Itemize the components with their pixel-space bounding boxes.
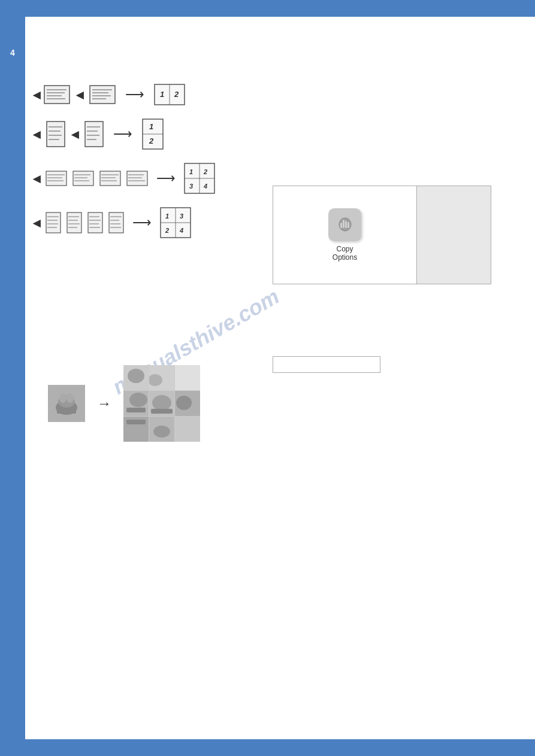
page-number: 4 <box>10 48 15 57</box>
svg-point-98 <box>152 395 171 411</box>
svg-rect-28 <box>46 171 67 186</box>
output-2: 1 2 <box>142 119 164 150</box>
poster-cell-6 <box>175 391 200 416</box>
arrow-right-1: ⟶ <box>125 87 144 102</box>
poster-cell-5 <box>149 391 174 416</box>
src-3d <box>126 171 148 186</box>
label-box <box>273 356 380 373</box>
svg-rect-51 <box>46 212 61 233</box>
poster-source-image <box>48 385 85 422</box>
svg-text:3: 3 <box>189 183 193 190</box>
poster-cell-7 <box>123 417 149 442</box>
output-4: 1 3 2 4 <box>160 207 191 238</box>
left-sidebar: 4 <box>0 0 25 756</box>
src-3b <box>72 171 94 186</box>
diagrams-area: ◀ ◀ ⟶ 1 2 ◀ <box>33 84 285 251</box>
src-4b <box>67 212 82 233</box>
svg-point-90 <box>128 369 144 383</box>
svg-rect-66 <box>109 212 123 233</box>
source-page-1a <box>44 85 70 104</box>
diagram-row-4: ◀ ⟶ <box>33 207 285 238</box>
svg-point-86 <box>59 393 67 403</box>
arrow-right-2: ⟶ <box>113 126 132 142</box>
poster-cell-2 <box>149 365 174 390</box>
svg-rect-61 <box>88 212 102 233</box>
page-tab: 4 <box>0 36 25 69</box>
svg-rect-80 <box>345 221 347 228</box>
arrow-left-1b: ◀ <box>76 89 83 101</box>
source-page-2a <box>46 121 65 147</box>
arrow-left-3: ◀ <box>33 173 40 184</box>
src-4a <box>46 212 61 233</box>
output-1: 1 2 <box>154 84 185 105</box>
diagram-row-1: ◀ ◀ ⟶ 1 2 <box>33 84 285 105</box>
svg-rect-103 <box>126 420 146 424</box>
diagram-row-3: ◀ ⟶ <box>33 163 285 194</box>
svg-point-101 <box>176 396 192 410</box>
arrow-left-2b: ◀ <box>71 129 78 140</box>
poster-cell-3 <box>175 365 200 390</box>
poster-cell-8 <box>149 417 174 442</box>
top-bar <box>0 0 535 17</box>
arrow-left-2: ◀ <box>33 129 40 140</box>
svg-rect-19 <box>85 122 103 147</box>
src-4d <box>108 212 124 233</box>
svg-text:1: 1 <box>149 122 153 131</box>
svg-rect-93 <box>175 365 200 390</box>
source-page-1b <box>89 85 116 104</box>
svg-text:3: 3 <box>180 212 183 220</box>
svg-text:1: 1 <box>189 168 193 175</box>
svg-text:4: 4 <box>179 227 183 234</box>
svg-point-105 <box>153 426 170 438</box>
poster-cell-9 <box>175 417 200 442</box>
copy-options-label: CopyOptions <box>333 245 357 262</box>
svg-rect-5 <box>90 86 115 104</box>
arrow-right-3: ⟶ <box>156 171 176 186</box>
svg-text:1: 1 <box>160 90 164 99</box>
svg-rect-99 <box>151 409 173 414</box>
svg-rect-32 <box>73 171 93 186</box>
svg-rect-36 <box>100 171 120 186</box>
svg-rect-56 <box>67 212 81 233</box>
svg-point-95 <box>129 393 147 407</box>
svg-rect-81 <box>347 222 349 228</box>
svg-rect-40 <box>127 171 147 186</box>
src-3c <box>99 171 121 186</box>
output-3: 1 2 3 4 <box>184 163 215 194</box>
svg-text:4: 4 <box>203 183 207 190</box>
source-page-2b <box>84 121 104 147</box>
svg-rect-106 <box>175 417 200 442</box>
svg-text:1: 1 <box>165 212 169 220</box>
copy-options-icon[interactable] <box>328 208 361 241</box>
svg-text:2: 2 <box>149 136 154 145</box>
svg-rect-88 <box>57 409 76 414</box>
poster-area: → <box>48 365 200 442</box>
svg-rect-0 <box>44 86 69 104</box>
svg-text:2: 2 <box>203 168 207 175</box>
copy-options-right <box>417 186 491 284</box>
src-4c <box>87 212 103 233</box>
svg-point-87 <box>67 393 74 403</box>
arrow-left-1: ◀ <box>33 89 40 101</box>
poster-cell-4 <box>123 391 149 416</box>
poster-arrow: → <box>97 395 111 412</box>
svg-rect-96 <box>126 408 146 412</box>
diagram-row-2: ◀ ◀ ⟶ 1 2 <box>33 119 285 150</box>
svg-rect-79 <box>343 220 344 228</box>
copy-options-left: CopyOptions <box>273 186 417 284</box>
svg-rect-14 <box>47 122 65 147</box>
poster-output-grid <box>123 365 200 442</box>
copy-options-panel: CopyOptions <box>273 186 491 284</box>
svg-rect-82 <box>340 223 342 228</box>
src-3a <box>46 171 67 186</box>
arrow-right-4: ⟶ <box>132 215 152 230</box>
copy-options-button-icon <box>335 215 355 235</box>
arrow-left-4: ◀ <box>33 217 40 229</box>
svg-text:2: 2 <box>165 227 169 234</box>
bottom-bar <box>0 739 535 756</box>
poster-cell-1 <box>123 365 149 390</box>
svg-text:2: 2 <box>174 90 179 99</box>
